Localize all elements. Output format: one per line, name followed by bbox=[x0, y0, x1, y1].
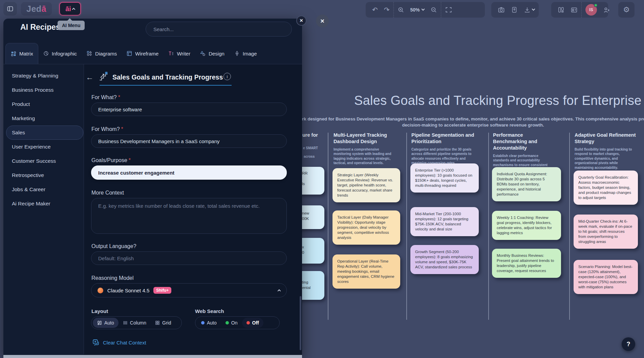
toolbar-divider bbox=[581, 2, 582, 18]
panel-toggle-icon bbox=[7, 5, 14, 12]
shapes-icon bbox=[86, 50, 92, 57]
matrix-card[interactable]: Tactical Layer (Daily Manager Visibility… bbox=[332, 210, 400, 245]
tab-wireframe[interactable]: Wireframe bbox=[122, 43, 163, 64]
tab-image[interactable]: Image bbox=[229, 43, 262, 64]
matrix-column-header: Pipeline Segmentation and Prioritization bbox=[411, 132, 476, 145]
screenshot-button[interactable] bbox=[495, 2, 508, 18]
matrix-card[interactable]: Weekly 1:1 Coaching: Review goal progres… bbox=[492, 211, 561, 240]
blue-dot-icon bbox=[201, 321, 205, 325]
category-user-experience[interactable]: User Experience bbox=[6, 140, 83, 154]
required-asterisk: * bbox=[118, 94, 120, 100]
web-search-option-off[interactable]: Off bbox=[242, 318, 263, 328]
overlay-close-button[interactable]: × bbox=[316, 15, 329, 27]
search-input[interactable] bbox=[146, 22, 292, 37]
matrix-card[interactable]: Strategic Layer (Weekly Executive Review… bbox=[332, 168, 400, 202]
redo-button[interactable]: ↷ bbox=[381, 2, 393, 18]
tab-diagrams[interactable]: Diagrams bbox=[82, 43, 122, 64]
tab-label: Writer bbox=[177, 51, 190, 57]
panel-close-button[interactable]: × bbox=[296, 16, 306, 26]
category-sales[interactable]: Sales bbox=[6, 126, 83, 140]
upload-file-button[interactable] bbox=[508, 2, 521, 18]
online-status-dot bbox=[594, 3, 598, 7]
clear-chat-context-button[interactable]: Clear Chat Context bbox=[92, 339, 146, 346]
invite-user-button[interactable] bbox=[600, 2, 613, 18]
matrix-card[interactable]: Quarterly Goal Recalibration: Assess mac… bbox=[574, 171, 638, 205]
file-upload-icon bbox=[511, 6, 518, 13]
ai-menu-button[interactable]: āi bbox=[59, 2, 81, 16]
matrix-card[interactable]: Scenario Planning: Model best-case (120%… bbox=[574, 260, 638, 294]
layout-option-grid[interactable]: Grid bbox=[151, 318, 175, 328]
matrix-card[interactable]: Mid-Market Tier (200-1000 employees): 12… bbox=[410, 207, 479, 236]
zoom-out-button[interactable] bbox=[427, 2, 440, 18]
more-context-textarea[interactable] bbox=[91, 198, 287, 234]
zoom-level-dropdown[interactable]: 50% bbox=[407, 2, 427, 18]
matrix-card[interactable]: Mid-Quarter Check-ins: At 6-week mark, e… bbox=[574, 215, 638, 249]
matrix-card[interactable]: Individual Quota Assignment: Distribute … bbox=[492, 167, 561, 201]
camera-icon bbox=[498, 6, 505, 14]
web-search-option-on[interactable]: On bbox=[221, 318, 242, 328]
more-context-label: More Context bbox=[91, 190, 124, 196]
undo-icon: ↶ bbox=[372, 6, 378, 14]
web-search-option-auto[interactable]: Auto bbox=[197, 318, 221, 328]
question-mark-icon: ? bbox=[627, 341, 630, 348]
tab-matrix[interactable]: Matrix bbox=[5, 43, 38, 64]
category-ai-recipe-maker[interactable]: Ai Recipe Maker bbox=[6, 197, 83, 211]
template-card-button[interactable] bbox=[567, 2, 581, 18]
matrix-column-desc: Categorize and prioritize the 30 goals a… bbox=[411, 147, 473, 165]
matrix-card[interactable]: Monthly Business Reviews: Present goal a… bbox=[492, 249, 561, 278]
category-customer-success[interactable]: Customer Success bbox=[6, 154, 83, 168]
matrix-card[interactable]: Operational Layer (Real-Time Rep Activit… bbox=[332, 254, 400, 289]
matrix-column: Performance Benchmarking and Accountabil… bbox=[493, 132, 565, 176]
tab-design[interactable]: Design bbox=[195, 43, 229, 64]
category-retrospective[interactable]: Retrospective bbox=[6, 168, 83, 182]
clear-chat-icon bbox=[92, 339, 100, 346]
tab-label: Image bbox=[243, 51, 257, 57]
zoom-out-icon bbox=[430, 6, 437, 13]
matrix-card[interactable]: Growth Segment (50-200 employees): 8 goa… bbox=[410, 245, 479, 274]
undo-button[interactable]: ↶ bbox=[369, 2, 381, 18]
id-card-icon bbox=[571, 6, 578, 14]
reasoning-model-label: Reasoning Model bbox=[91, 275, 134, 281]
download-button[interactable] bbox=[521, 2, 538, 18]
layout-option-column[interactable]: Column bbox=[119, 318, 151, 328]
goals-purpose-input[interactable] bbox=[91, 165, 287, 180]
category-jobs-career[interactable]: Jobs & Career bbox=[6, 182, 83, 197]
pen-nib-icon bbox=[234, 50, 240, 57]
category-marketing[interactable]: Marketing bbox=[6, 111, 83, 126]
category-strategy-planning[interactable]: Strategy & Planning bbox=[6, 69, 83, 83]
for-what-input[interactable] bbox=[91, 103, 287, 116]
category-product[interactable]: Product bbox=[6, 97, 83, 111]
jeda-logo[interactable]: Jedā bbox=[21, 2, 52, 16]
output-language-input[interactable] bbox=[91, 251, 287, 265]
matrix-column-desc: Implement a comprehensive monitoring sys… bbox=[334, 147, 395, 165]
horizontal-scrollbar[interactable] bbox=[3, 355, 302, 358]
close-icon: × bbox=[300, 17, 303, 24]
required-asterisk: * bbox=[129, 157, 131, 163]
panel-scrollbar[interactable] bbox=[300, 296, 301, 350]
layout-option-auto[interactable]: Auto bbox=[93, 318, 119, 328]
tab-infographic[interactable]: Infographic bbox=[38, 43, 82, 64]
output-language-label: Output Language? bbox=[91, 243, 136, 249]
recipe-chart-icon bbox=[99, 71, 109, 81]
download-icon bbox=[524, 6, 531, 13]
user-avatar[interactable]: IS bbox=[582, 2, 600, 18]
for-whom-input[interactable] bbox=[91, 134, 287, 148]
gear-icon: ⚙ bbox=[623, 5, 630, 14]
info-icon[interactable]: i bbox=[223, 73, 231, 80]
category-business-process[interactable]: Business Process bbox=[6, 83, 83, 97]
avatar[interactable]: IS bbox=[585, 4, 597, 16]
zoom-in-button[interactable] bbox=[394, 2, 407, 18]
matrix-card[interactable]: Enterprise Tier (>1000 employees): 10 go… bbox=[410, 163, 479, 193]
tab-writer[interactable]: Writer bbox=[163, 43, 195, 64]
ai-button-label: āi bbox=[65, 5, 71, 13]
reasoning-model-select[interactable]: Claude Sonnet 4.5 Shifu+ bbox=[91, 283, 287, 297]
layout-panels-button[interactable] bbox=[555, 2, 567, 18]
toolbar-divider bbox=[393, 2, 394, 18]
help-button[interactable]: ? bbox=[622, 337, 635, 351]
fit-screen-button[interactable] bbox=[442, 2, 455, 18]
sidebar-toggle-button[interactable] bbox=[3, 2, 17, 16]
settings-button[interactable]: ⚙ bbox=[618, 2, 635, 18]
back-button[interactable]: ← bbox=[86, 73, 93, 82]
app-window: Sales Goals and Tracking Progress for En… bbox=[0, 0, 644, 358]
recipe-tabs: Matrix Infographic bbox=[5, 43, 300, 64]
